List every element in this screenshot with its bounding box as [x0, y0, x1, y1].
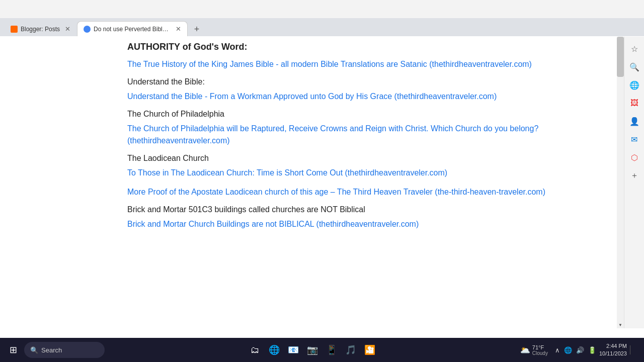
- clock-time: 2:44 PM: [599, 342, 627, 350]
- taskbar-browser-icon[interactable]: 🌐: [265, 341, 283, 359]
- weather-widget[interactable]: 🌥️ 71°F Cloudy: [520, 344, 548, 356]
- subheading-laodicean: The Laodicean Church: [127, 154, 560, 163]
- weather-icon: 🌥️: [520, 345, 530, 355]
- scrollbar[interactable]: ▼: [617, 37, 624, 328]
- right-sidebar: ☆ 🔍 🌐 🖼 👤 ✉ ⬡ ＋: [624, 37, 644, 328]
- sidebar-image-icon[interactable]: 🖼: [626, 95, 642, 111]
- sidebar-person-icon[interactable]: 👤: [626, 113, 642, 129]
- weather-details: 71°F Cloudy: [532, 344, 548, 356]
- tab-active-label: Do not use Perverted Bibles to ...: [94, 26, 171, 33]
- main-heading: AUTHORITY of God's Word:: [127, 42, 560, 52]
- weather-temp: 71°F: [532, 344, 548, 350]
- taskbar-media-icon[interactable]: 🎵: [342, 341, 360, 359]
- start-button[interactable]: ⊞: [4, 341, 22, 359]
- scrollbar-down-arrow[interactable]: ▼: [617, 321, 624, 328]
- taskbar-search-icon: 🔍: [30, 346, 38, 354]
- taskbar-file-explorer-icon[interactable]: 🗂: [246, 341, 264, 359]
- taskbar-obs-icon[interactable]: 🎦: [361, 341, 379, 359]
- sidebar-office-icon[interactable]: ⬡: [626, 149, 642, 165]
- scrollbar-thumb[interactable]: [617, 37, 624, 77]
- taskbar-photo-icon[interactable]: 📷: [303, 341, 321, 359]
- tray-network-icon[interactable]: 🌐: [563, 346, 573, 354]
- taskbar-pinned-icons: 🗂 🌐 📧 📷 📱 🎵 🎦: [107, 341, 518, 359]
- tray-show-desktop[interactable]: [630, 345, 640, 354]
- subheading-brick-mortar: Brick and Mortar 501C3 buildings called …: [127, 205, 560, 214]
- link-apostate-laodicean[interactable]: More Proof of the Apostate Laodicean chu…: [127, 186, 560, 198]
- tab-blogger-label: Blogger: Posts: [21, 26, 60, 33]
- taskbar-phone-icon[interactable]: 📱: [323, 341, 341, 359]
- taskbar-mail-icon[interactable]: 📧: [284, 341, 302, 359]
- sidebar-add-icon[interactable]: ＋: [626, 167, 642, 184]
- tray-sound-icon[interactable]: 🔊: [575, 346, 585, 354]
- blogger-favicon: [11, 26, 18, 33]
- link-laodicean-church[interactable]: To Those in The Laodicean Church: Time i…: [127, 167, 560, 179]
- tab-active[interactable]: Do not use Perverted Bibles to ... ✕: [77, 21, 188, 36]
- taskbar-search[interactable]: 🔍 Search: [24, 342, 105, 358]
- taskbar-tray: 🌥️ 71°F Cloudy ∧ 🌐 🔊 🔋 2:44 PM 10/11/202…: [520, 342, 640, 358]
- link-understand-bible[interactable]: Understand the Bible - From a Workman Ap…: [127, 90, 560, 103]
- title-bar: [0, 0, 644, 18]
- tab-blogger-close[interactable]: ✕: [65, 25, 70, 33]
- link-king-james[interactable]: The True History of the King James Bible…: [127, 58, 560, 70]
- link-brick-mortar[interactable]: Brick and Mortar Church Buildings are no…: [127, 218, 560, 230]
- page-content: AUTHORITY of God's Word: The True Histor…: [127, 42, 560, 230]
- weather-condition: Cloudy: [532, 350, 548, 356]
- subheading-understand: Understand the Bible:: [127, 77, 560, 86]
- tab-active-favicon: [84, 26, 91, 33]
- taskbar-search-label: Search: [41, 346, 62, 354]
- tabs-bar: Blogger: Posts ✕ Do not use Perverted Bi…: [0, 18, 644, 36]
- windows-icon: ⊞: [10, 344, 17, 355]
- tray-chevron[interactable]: ∧: [554, 346, 561, 354]
- sidebar-outlook-icon[interactable]: ✉: [626, 131, 642, 147]
- tab-blogger[interactable]: Blogger: Posts ✕: [4, 21, 77, 36]
- sidebar-web-icon[interactable]: 🌐: [626, 77, 642, 93]
- sidebar-favorites-icon[interactable]: ☆: [626, 41, 642, 57]
- sidebar-search-icon[interactable]: 🔍: [626, 59, 642, 75]
- new-tab-button[interactable]: +: [190, 22, 204, 36]
- link-philadelphia-church[interactable]: The Church of Philadelphia will be Raptu…: [127, 123, 560, 147]
- tray-battery-icon[interactable]: 🔋: [587, 346, 597, 354]
- taskbar: ⊞ 🔍 Search 🗂 🌐 📧 📷 📱 🎵 🎦 🌥️ 71°F Cloudy …: [0, 338, 644, 362]
- subheading-philadelphia: The Church of Philadelphia: [127, 110, 560, 119]
- clock-date: 10/11/2023: [599, 350, 627, 357]
- tray-time[interactable]: 2:44 PM 10/11/2023: [599, 342, 627, 358]
- tab-active-close[interactable]: ✕: [176, 25, 181, 33]
- content-area: AUTHORITY of God's Word: The True Histor…: [0, 37, 617, 328]
